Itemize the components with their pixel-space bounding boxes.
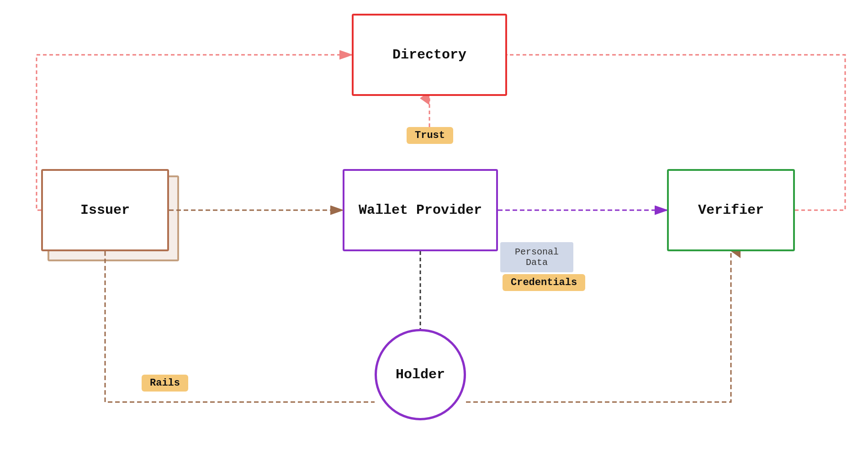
issuer-node: Issuer: [41, 169, 169, 251]
personal-data-line1: Personal: [515, 247, 559, 257]
credentials-badge: Credentials: [503, 274, 585, 291]
rails-badge: Rails: [142, 375, 188, 392]
holder-label: Holder: [396, 367, 445, 382]
trust-label: Trust: [415, 130, 445, 141]
personal-data-box: Personal Data: [500, 242, 573, 272]
verifier-label: Verifier: [698, 202, 764, 218]
verifier-node: Verifier: [667, 169, 795, 251]
rails-label: Rails: [150, 377, 180, 389]
trust-badge: Trust: [407, 127, 453, 144]
credentials-label: Credentials: [511, 277, 577, 288]
holder-node: Holder: [375, 329, 466, 420]
wallet-label: Wallet Provider: [359, 202, 482, 218]
directory-label: Directory: [392, 47, 466, 63]
directory-node: Directory: [352, 14, 507, 96]
issuer-label: Issuer: [80, 202, 130, 218]
wallet-node: Wallet Provider: [343, 169, 498, 251]
diagram-container: Directory Issuer Wallet Provider Verifie…: [0, 0, 868, 466]
personal-data-line2: Data: [526, 257, 548, 268]
